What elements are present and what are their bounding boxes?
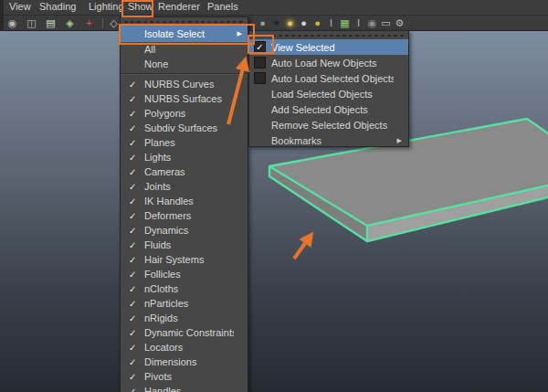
light-stand-2-icon[interactable]: I [352, 16, 365, 30]
menu-renderer[interactable]: Renderer [158, 1, 200, 12]
show-menu-item-subdiv-surfaces[interactable]: ✓Subdiv Surfaces [121, 121, 248, 135]
textured-mode-icon[interactable]: ● [311, 16, 324, 30]
isolate-select-submenu: ✓View SelectedAuto Load New ObjectsAuto … [248, 30, 409, 147]
show-menu-item-isolate-select[interactable]: Isolate Select▶ [121, 26, 248, 42]
panel-left-edge [0, 0, 4, 30]
tearoff-dashed-line[interactable] [253, 34, 405, 37]
isolate-select-icon[interactable]: ◇ [107, 16, 121, 30]
menu-item-label: Auto Load New Objects [271, 58, 394, 69]
show-menu-item-ik-handles[interactable]: ✓IK Handles [121, 194, 248, 208]
submenu-item-remove-selected-objects[interactable]: Remove Selected Objects [249, 117, 408, 132]
checkmark-icon: ✓ [129, 153, 144, 163]
checkmark-icon: ✓ [129, 138, 144, 148]
menu-item-label: All [144, 44, 234, 55]
show-menu-item-lights[interactable]: ✓Lights [121, 150, 248, 164]
menu-view[interactable]: View [9, 1, 31, 12]
checkmark-icon: ✓ [129, 109, 144, 119]
camera-settings-icon[interactable]: ◫ [25, 16, 38, 30]
show-menu-dropdown: Isolate Select▶AllNone✓NURBS Curves✓NURB… [120, 16, 248, 392]
checkmark-icon: ✓ [129, 255, 144, 265]
show-menu-item-nurbs-curves[interactable]: ✓NURBS Curves [121, 77, 248, 91]
render-camera-icon[interactable]: ◉ [5, 16, 19, 30]
menu-item-label: Follicles [144, 269, 234, 280]
menu-panels[interactable]: Panels [207, 1, 238, 12]
locator-icon[interactable]: + [82, 16, 96, 30]
checkmark-icon: ✓ [129, 123, 144, 133]
tools-icon[interactable]: ⚙ [393, 16, 406, 30]
menu-item-label: nParticles [144, 298, 234, 309]
show-menu-item-handles[interactable]: ✓Handles [121, 384, 248, 392]
menu-item-label: Add Selected Objects [271, 104, 394, 115]
show-menu-item-dimensions[interactable]: ✓Dimensions [121, 355, 248, 369]
menu-item-label: Lights [144, 152, 234, 163]
checkmark-icon: ✓ [129, 357, 144, 367]
checkmark-icon: ✓ [129, 182, 144, 192]
show-menu-item-nrigids[interactable]: ✓nRigids [121, 311, 248, 325]
image-plane-icon[interactable]: ▤ [44, 16, 58, 30]
panel-toolbar: ◉◫▤◈+◇ ●✶●●●I▦I◉▭⚙ [0, 16, 548, 31]
checkbox-checked[interactable]: ✓ [254, 41, 266, 53]
camera-gate-icon[interactable]: ◉ [365, 16, 379, 30]
menu-item-label: Planes [144, 137, 234, 148]
submenu-item-view-selected[interactable]: ✓View Selected [249, 39, 408, 55]
checkmark-icon: ✓ [129, 343, 144, 353]
show-menu-item-locators[interactable]: ✓Locators [121, 340, 248, 355]
checkmark-icon: ✓ [129, 328, 144, 338]
submenu-item-add-selected-objects[interactable]: Add Selected Objects [249, 101, 408, 117]
default-material-icon[interactable]: ● [297, 16, 311, 30]
show-menu-item-deformers[interactable]: ✓Deformers [121, 208, 248, 223]
menu-item-label: Fluids [144, 239, 234, 250]
all-lights-icon[interactable]: ● [283, 16, 297, 30]
menu-item-label: nRigids [144, 313, 234, 323]
show-menu-item-all[interactable]: All [121, 42, 248, 57]
show-menu-item-planes[interactable]: ✓Planes [121, 135, 248, 150]
show-menu-item-follicles[interactable]: ✓Follicles [121, 267, 248, 281]
menu-item-label: Dynamic Constraints [144, 327, 234, 338]
show-menu-item-dynamic-constraints[interactable]: ✓Dynamic Constraints [121, 325, 248, 340]
tearoff-dashed-line[interactable] [124, 20, 244, 24]
submenu-item-auto-load-new-objects[interactable]: Auto Load New Objects [249, 55, 408, 70]
menu-item-label: Load Selected Objects [271, 89, 394, 100]
menu-item-label: Handles [144, 386, 234, 392]
show-menu-item-nparticles[interactable]: ✓nParticles [121, 296, 248, 311]
submenu-item-load-selected-objects[interactable]: Load Selected Objects [249, 86, 408, 101]
checkmark-icon: ✓ [129, 313, 144, 323]
show-menu-item-joints[interactable]: ✓Joints [121, 179, 248, 194]
film-gate-icon[interactable]: ▭ [379, 16, 393, 30]
show-menu-item-hair-systems[interactable]: ✓Hair Systems [121, 252, 248, 267]
uv-texture-grid-icon[interactable]: ◈ [63, 16, 77, 30]
checkmark-icon: ✓ [129, 240, 144, 250]
textured-plane-icon[interactable]: ▦ [338, 16, 352, 30]
submenu-item-bookmarks[interactable]: Bookmarks▶ [249, 132, 408, 148]
menu-item-label: NURBS Surfaces [144, 93, 234, 104]
checkbox-unchecked[interactable] [254, 57, 266, 69]
show-menu-item-polygons[interactable]: ✓Polygons [121, 106, 248, 121]
menu-lighting[interactable]: Lighting [89, 1, 124, 12]
show-menu-item-pivots[interactable]: ✓Pivots [121, 369, 248, 384]
checkmark-icon: ✓ [129, 94, 144, 104]
shaded-mode-icon[interactable]: ● [256, 16, 269, 30]
checkmark-icon: ✓ [129, 79, 144, 90]
show-menu-item-dynamics[interactable]: ✓Dynamics [121, 223, 248, 238]
menu-item-label: IK Handles [144, 196, 234, 207]
toolbar-right-group: ●✶●●●I▦I◉▭⚙ [256, 16, 406, 30]
show-menu-item-cameras[interactable]: ✓Cameras [121, 164, 248, 179]
show-menu-item-fluids[interactable]: ✓Fluids [121, 238, 248, 252]
submenu-item-auto-load-selected-objects[interactable]: Auto Load Selected Objects [249, 70, 408, 86]
menu-item-label: nCloths [144, 283, 234, 294]
checkbox-unchecked[interactable] [254, 72, 266, 84]
menu-item-label: Deformers [144, 210, 234, 221]
menu-shading[interactable]: Shading [39, 1, 76, 12]
menu-item-label: Subdiv Surfaces [144, 122, 234, 133]
show-menu-item-ncloths[interactable]: ✓nCloths [121, 281, 248, 296]
show-menu-item-nurbs-surfaces[interactable]: ✓NURBS Surfaces [121, 91, 248, 106]
submenu-arrow-icon: ▶ [234, 30, 242, 37]
light-stand-icon[interactable]: I [324, 16, 338, 30]
show-menu-item-none[interactable]: None [121, 57, 248, 71]
toolbar-left-group: ◉◫▤◈+◇ [5, 16, 126, 30]
checkmark-icon: ✓ [129, 270, 144, 280]
plugin-star-icon[interactable]: ✶ [269, 16, 283, 30]
menu-item-label: NURBS Curves [144, 79, 234, 90]
menu-item-label: Pivots [144, 371, 234, 382]
menu-show[interactable]: Show [128, 1, 153, 12]
